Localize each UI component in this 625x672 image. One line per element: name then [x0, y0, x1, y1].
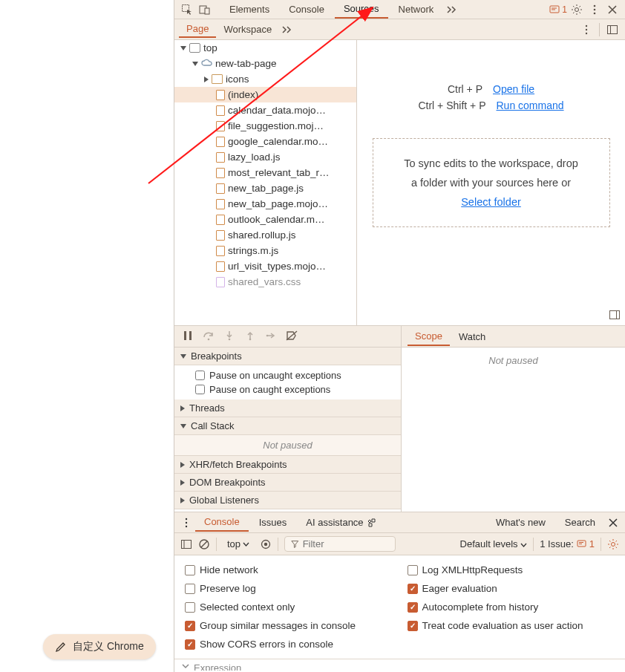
- issues-badge[interactable]: 1: [549, 4, 567, 15]
- section-threads[interactable]: Threads: [174, 399, 401, 417]
- tab-watch[interactable]: Watch: [451, 328, 493, 345]
- chk-pause-uncaught[interactable]: Pause on uncaught exceptions: [195, 368, 395, 382]
- drawer-tab-search[interactable]: Search: [556, 514, 604, 531]
- svg-rect-28: [182, 540, 192, 548]
- console-filter-input[interactable]: [303, 538, 389, 549]
- drawer-tab-ai[interactable]: AI assistance: [297, 514, 385, 531]
- step-icon[interactable]: [265, 330, 278, 343]
- svg-point-8: [594, 4, 596, 7]
- tree-file[interactable]: shared.rollup.js: [174, 227, 356, 243]
- console-issues-link[interactable]: 1 Issue: 1: [540, 538, 595, 549]
- link-run-command[interactable]: Run command: [497, 100, 564, 111]
- tab-console[interactable]: Console: [280, 1, 333, 18]
- drawer-tab-issues[interactable]: Issues: [250, 514, 296, 531]
- workspace-drop-zone[interactable]: To sync edits to the workspace, drop a f…: [373, 138, 610, 227]
- inspect-element-icon[interactable]: [179, 1, 195, 18]
- chk-eager-eval[interactable]: Eager evaluation: [408, 581, 615, 596]
- file-icon: [216, 168, 225, 178]
- file-icon: [216, 90, 225, 100]
- scope-not-paused: Not paused: [402, 348, 625, 512]
- console-filter[interactable]: [284, 536, 396, 552]
- deactivate-breakpoints-icon[interactable]: [286, 330, 299, 343]
- navigator-more-tabs-icon[interactable]: [279, 22, 295, 38]
- chk-treat-code[interactable]: Treat code evaluation as user action: [408, 619, 615, 633]
- link-open-file[interactable]: Open file: [493, 83, 534, 95]
- navigator-kebab-icon[interactable]: [578, 22, 595, 38]
- section-dom-breakpoints[interactable]: DOM Breakpoints: [174, 474, 401, 492]
- tab-scope[interactable]: Scope: [408, 327, 450, 346]
- tree-file[interactable]: new_tab_page.mojo…: [174, 196, 356, 212]
- tab-sources[interactable]: Sources: [335, 0, 388, 19]
- console-levels-selector[interactable]: Default levels: [460, 538, 528, 549]
- close-devtools-icon[interactable]: [604, 1, 621, 18]
- more-tabs-icon[interactable]: [444, 1, 460, 18]
- tree-frame-top[interactable]: top: [174, 40, 356, 56]
- file-tree[interactable]: top new-tab-page icons (index) calendar_…: [174, 40, 357, 325]
- toggle-navigator-icon[interactable]: [604, 22, 621, 38]
- file-icon: [216, 215, 225, 225]
- kbd-open-file: Ctrl + P: [448, 83, 482, 95]
- chk-log-xhr[interactable]: Log XMLHttpRequests: [408, 563, 615, 577]
- section-call-stack[interactable]: Call Stack: [174, 417, 401, 435]
- tree-file[interactable]: url_visit_types.mojo…: [174, 258, 356, 274]
- settings-gear-icon[interactable]: [569, 1, 585, 18]
- tree-file[interactable]: (index): [174, 87, 356, 102]
- chk-pause-caught[interactable]: Pause on caught exceptions: [195, 382, 395, 397]
- tree-file[interactable]: shared_vars.css: [174, 274, 356, 290]
- clear-console-icon[interactable]: [198, 538, 210, 550]
- pause-resume-icon[interactable]: [182, 330, 195, 343]
- tree-folder-icons[interactable]: icons: [174, 71, 356, 87]
- drawer-tab-console[interactable]: Console: [195, 513, 249, 532]
- tab-page[interactable]: Page: [179, 21, 216, 38]
- live-expression-icon[interactable]: [260, 538, 272, 550]
- file-icon: [216, 261, 225, 272]
- svg-line-31: [201, 541, 207, 547]
- file-icon: [216, 230, 225, 241]
- console-sidebar-toggle-icon[interactable]: [180, 538, 192, 550]
- step-into-icon[interactable]: [223, 330, 237, 343]
- section-breakpoints[interactable]: Breakpoints: [174, 348, 401, 365]
- svg-point-13: [586, 32, 587, 33]
- tab-network[interactable]: Network: [390, 1, 443, 18]
- device-toolbar-icon[interactable]: [197, 1, 213, 18]
- debugger-sidebar[interactable]: Breakpoints Pause on uncaught exceptions…: [174, 348, 402, 512]
- tree-file[interactable]: strings.m.js: [174, 243, 356, 258]
- console-context-selector[interactable]: top: [223, 537, 254, 551]
- file-icon: [216, 137, 225, 147]
- chk-show-cors[interactable]: Show CORS errors in console: [185, 637, 393, 651]
- kbd-run-command: Ctrl + Shift + P: [418, 100, 485, 111]
- chk-group-similar[interactable]: Group similar messages in console: [185, 619, 393, 633]
- drawer-tab-whatsnew[interactable]: What's new: [487, 514, 554, 531]
- tree-file[interactable]: most_relevant_tab_r…: [174, 165, 356, 180]
- tree-file[interactable]: google_calendar.mo…: [174, 134, 356, 149]
- step-out-icon[interactable]: [244, 330, 258, 343]
- kebab-menu-icon[interactable]: [586, 1, 603, 18]
- tree-file[interactable]: lazy_load.js: [174, 149, 356, 165]
- chk-autocomplete[interactable]: Autocomplete from history: [408, 600, 615, 614]
- file-icon: [216, 152, 225, 163]
- tab-elements[interactable]: Elements: [220, 1, 278, 18]
- tree-domain[interactable]: new-tab-page: [174, 56, 356, 71]
- step-over-icon[interactable]: [203, 330, 216, 343]
- tree-file[interactable]: calendar_data.mojo…: [174, 102, 356, 118]
- svg-point-10: [594, 12, 596, 14]
- tree-file[interactable]: file_suggestion.moj…: [174, 118, 356, 134]
- console-settings: Hide network Log XMLHttpRequests Preserv…: [174, 555, 625, 659]
- link-select-folder[interactable]: Select folder: [461, 196, 521, 208]
- chk-preserve-log[interactable]: Preserve log: [185, 581, 393, 596]
- section-global-listeners[interactable]: Global Listeners: [174, 492, 401, 509]
- expression-section[interactable]: Expression: [174, 659, 625, 672]
- svg-rect-19: [189, 331, 192, 340]
- drawer-close-icon[interactable]: [606, 517, 621, 529]
- drawer-kebab-icon[interactable]: [179, 518, 194, 528]
- tab-workspace[interactable]: Workspace: [216, 22, 279, 37]
- tree-file[interactable]: outlook_calendar.m…: [174, 212, 356, 227]
- section-xhr-breakpoints[interactable]: XHR/fetch Breakpoints: [174, 456, 401, 474]
- toggle-debugger-sidebar-icon[interactable]: [609, 309, 621, 321]
- tree-file[interactable]: new_tab_page.js: [174, 180, 356, 196]
- chk-hide-network[interactable]: Hide network: [185, 563, 393, 577]
- chk-selected-context[interactable]: Selected context only: [185, 600, 393, 614]
- svg-rect-18: [184, 331, 186, 340]
- console-settings-gear-icon[interactable]: [607, 538, 619, 550]
- customize-chrome-button[interactable]: 自定义 Chrome: [43, 634, 156, 659]
